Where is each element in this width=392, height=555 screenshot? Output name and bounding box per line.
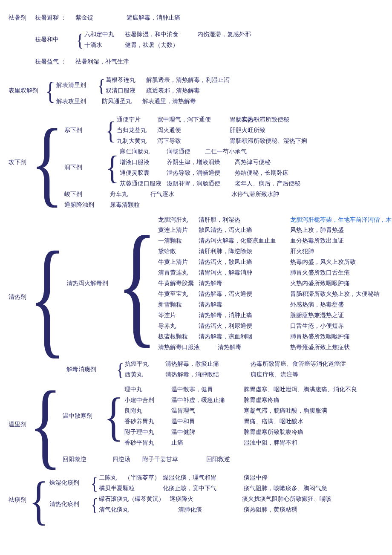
eff: 清热解毒，散瘀止痛 — [165, 359, 251, 370]
med: 牛黄上清片 — [158, 257, 199, 268]
row: 麻仁润肠丸润畅通便二仁一芍小承气 — [120, 147, 300, 157]
eff: 温中散寒，健胃 — [171, 384, 244, 395]
eff: 清热解毒 — [218, 342, 290, 353]
eff: 化痰止咳，宽中下气 — [163, 483, 244, 494]
wenli-huiyang-row: 回阳救逆 四逆汤 附子干姜甘草 回阳救逆 — [63, 454, 357, 465]
qushu-bichu-row: 祛暑避秽 ： 紫金锭 避瘟解毒，消肿止痛 — [35, 13, 251, 23]
ind: 肝胆火旺所致 — [230, 125, 265, 136]
label: 清热泻火解毒剂 — [66, 278, 115, 289]
eff: 清肺化痰 — [178, 505, 244, 515]
row: 一清颗粒清热泻火解毒，化瘀凉血止血血分热毒所致出血证 — [158, 236, 392, 246]
row: 通便宁片 宽中理气，泻下通便 胃肠实热积滞所致便秘 — [117, 115, 307, 125]
ind: 二仁一芍小承气 — [205, 147, 247, 157]
row: 黄连上清片散风清热，泻火止痛风热上攻，肺胃热盛 — [158, 225, 392, 236]
brace-icon: { — [116, 216, 157, 352]
row: 当归龙荟丸 泻火通便 肝胆火旺所致 — [117, 125, 307, 136]
row: 通便灵胶囊泄热导致，润畅通便热结便秘，长期卧床 — [120, 168, 300, 179]
gongxia-title: 攻下剂 — [9, 157, 30, 168]
row: 良附丸温胃理气寒凝气滞，脘痛吐酸，胸腹胀满 — [124, 406, 357, 416]
eff: 回阳救逆 — [206, 454, 230, 465]
med: 板蓝根颗粒 — [158, 332, 199, 342]
ind: 热毒雍盛所致上焦症状 — [290, 342, 350, 353]
gongxia-tongfu-row: 通腑降浊剂 尿毒清颗粒 — [64, 200, 307, 211]
ind: 脾胃虚寒所致脘腹冷痛 — [244, 427, 303, 438]
brace-icon: { — [29, 474, 49, 527]
blsj-title: 表里双解剂 — [9, 86, 44, 96]
eff: 泻下导致 — [157, 136, 230, 147]
eff: 清热解毒，消肿散结 — [165, 370, 251, 380]
wenli-sanhan: 温中散寒剂 { 理中丸温中散寒，健胃脾胃虚寒、呕吐泄泻、胸满腹痛、消化不良小建中… — [63, 384, 357, 448]
brace-icon: { — [104, 390, 124, 443]
qutan-title: 祛痰剂 — [9, 495, 28, 506]
row: 牛黄上清片清热泻火，散风止痛热毒内盛，风火上攻所致 — [158, 257, 392, 268]
med: 抗癌平丸 — [125, 359, 165, 370]
row: 理中丸温中散寒，健胃脾胃虚寒、呕吐泄泻、胸满腹痛、消化不良 — [124, 384, 357, 395]
eff: 滋阴补肾，润肠通便 — [167, 179, 235, 189]
section-wenli: 温里剂 { 温中散寒剂 { 理中丸温中散寒，健胃脾胃虚寒、呕吐泄泻、胸满腹痛、消… — [9, 384, 383, 465]
label: 清热化痰剂 — [49, 499, 90, 510]
eff: 清热解毒 — [199, 300, 290, 310]
gongxia-hanxia: 寒下剂 { 通便宁片 宽中理气，泻下通便 胃肠实热积滞所致便秘 当归龙荟丸 泻火… — [64, 115, 307, 147]
ind: 水停气滞所致水肿 — [231, 189, 279, 200]
wenli-title: 温里剂 — [9, 419, 28, 430]
med: 香砂平胃丸 — [124, 438, 171, 448]
eff: 逐痰降火 — [170, 494, 242, 505]
gongxia-junxia-row: 峻下剂 舟车丸 行气逐水 水停气滞所致水肿 — [64, 189, 307, 200]
ind: 寒凝气滞，脘痛吐酸，胸腹胀满 — [244, 406, 327, 416]
section-gongxia: 攻下剂 { 寒下剂 { 通便宁片 宽中理气，泻下通便 胃肠实热积滞所致便秘 当归… — [9, 115, 383, 211]
label: 峻下剂 — [64, 189, 105, 200]
row: 橘贝半夏颗粒 化痰止咳，宽中下气 痰气阻肺，咳嗽痰多、胸闷气急 — [99, 483, 327, 494]
eff: 解表通里，清热解毒 — [142, 96, 196, 107]
med: 清气化痰丸 — [99, 505, 178, 515]
eff: 避瘟解毒，消肿止痛 — [127, 13, 180, 23]
label: 燥湿化痰剂 — [49, 478, 90, 489]
row: 板蓝根颗粒清热解毒，凉血利咽肺胃热盛所致咽喉肿痛 — [158, 332, 392, 342]
med: 牛黄至宝丸 — [158, 289, 199, 300]
ind: 热毒所致胃癌、食管癌等消化道癌症 — [251, 359, 346, 370]
med: 通便宁片 — [117, 115, 157, 125]
row: 双清口服液 疏透表邪，清热解毒 — [106, 86, 230, 96]
eff: 清热解毒，泻火通便 — [199, 289, 290, 300]
row: 香砂平胃丸止痛湿浊中阻，脾胃不和 — [124, 438, 357, 448]
med: 紫金锭 — [75, 13, 127, 23]
med: 西黄丸 — [125, 370, 165, 380]
ind: 痰热阻肺，黄痰粘稠 — [244, 505, 297, 515]
ind: 火热内盛所致咽喉肿痛 — [290, 278, 350, 289]
eff: 宽中理气，泻下通便 — [157, 115, 230, 125]
comp: （半陈苓草） — [124, 473, 163, 483]
row: 抗癌平丸 清热解毒，散瘀止痛 热毒所致胃癌、食管癌等消化道癌症 — [125, 359, 346, 370]
eff: 润畅通便 — [167, 147, 205, 157]
ind: 外感热病，热毒壅盛 — [290, 300, 344, 310]
brace-icon: { — [76, 31, 84, 49]
row: 香砂养胃丸温中和胃胃痛、痞满、呕吐酸水 — [124, 416, 357, 427]
ind: 湿浊中阻，脾胃不和 — [244, 438, 297, 448]
label: 回阳救逆 — [63, 454, 103, 465]
section-qingre: 清热剂 { 清热泻火解毒剂 { 龙胆泻肝丸清肝胆，利湿热龙胆泻肝栀芩柴，生地车前… — [9, 215, 383, 381]
med: 通便灵胶囊 — [120, 168, 167, 179]
row: 牛黄解毒胶囊清热解毒火热内盛所致咽喉肿痛 — [158, 278, 392, 289]
eff: 清热解毒 — [199, 278, 290, 289]
ind: 血分热毒所致出血证 — [290, 236, 344, 246]
med: 良附丸 — [124, 406, 171, 416]
eff: 清热解毒，凉血利咽 — [199, 332, 290, 342]
med: 增液口服液 — [120, 157, 167, 168]
section-blsj: 表里双解剂 { 解表清里剂 { 葛根芩连丸 解肌透表，清热解毒，利湿止泻 双清口… — [9, 75, 383, 107]
med: 舟车丸 — [110, 189, 150, 200]
eff: 泻火通便 — [157, 125, 230, 136]
med: 新雪颗粒 — [158, 300, 199, 310]
label: 解表清里剂 — [56, 80, 97, 91]
label: 通腑降浊剂 — [64, 200, 105, 211]
section-qutan: 祛痰剂 { 燥湿化痰剂 { 二陈丸 （半陈苓草） 燥湿化痰，理气和胃 痰湿中停 … — [9, 473, 383, 528]
eff: 解肌透表，清热解毒，利湿止泻 — [146, 75, 230, 86]
med: 九制大黄丸 — [117, 136, 157, 147]
row: 附子理中丸温中健脾脾胃虚寒所致脘腹冷痛 — [124, 427, 357, 438]
med: 六和定中丸 — [84, 29, 125, 40]
ind: 痰火扰痰气阻肺心所致癫狂、喘咳 — [242, 494, 331, 505]
med: 芩连片 — [158, 310, 199, 321]
ind: 胃痛、痞满、呕吐酸水 — [244, 416, 303, 427]
blsj-gongli-row: 解表攻里剂 防风通圣丸 解表通里，清热解毒 — [56, 96, 230, 107]
med: 小建中合剂 — [124, 395, 171, 406]
row: 黛蛤散清肝利肺，降逆除烦肝火犯肺 — [158, 246, 392, 257]
med: 一清颗粒 — [158, 236, 199, 246]
qingre-title: 清热剂 — [9, 292, 28, 303]
